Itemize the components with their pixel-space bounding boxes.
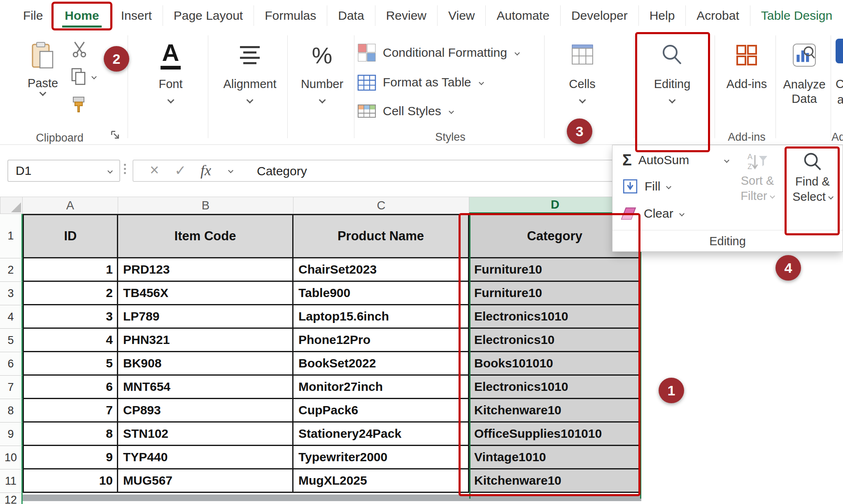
row-header[interactable]: 3	[0, 282, 23, 305]
cell-item-code[interactable]: TYP440	[118, 446, 293, 469]
cell-id[interactable]: 7	[23, 399, 118, 423]
menu-tab[interactable]: Table Design	[750, 5, 843, 26]
cell-item-code[interactable]: STN102	[118, 423, 293, 446]
menu-tab[interactable]: Acrobat	[686, 5, 750, 26]
cell-id[interactable]: 9	[23, 446, 118, 469]
row-header[interactable]: 7	[0, 376, 23, 399]
cell-item-code[interactable]: PHN321	[118, 329, 293, 352]
row-header-partial[interactable]: 12	[0, 493, 23, 504]
chevron-down-icon	[679, 211, 685, 216]
cell-category[interactable]: Furniture10	[469, 258, 641, 282]
cell-product-name[interactable]: Table900	[293, 282, 469, 305]
header-cell-product-name[interactable]: Product Name	[293, 214, 469, 258]
column-header-b[interactable]: B	[118, 197, 293, 214]
menu-tab[interactable]: Automate	[486, 5, 560, 26]
cell-product-name[interactable]: Phone12Pro	[293, 329, 469, 352]
cell-category[interactable]: Kitchenware10	[469, 469, 641, 493]
cell-id[interactable]: 1	[23, 258, 118, 282]
row-header[interactable]: 11	[0, 469, 23, 493]
cell-id[interactable]: 4	[23, 329, 118, 352]
cell-id[interactable]: 2	[23, 282, 118, 305]
cell-product-name[interactable]: Monitor27inch	[293, 376, 469, 399]
header-cell-id[interactable]: ID	[23, 214, 118, 258]
header-cell-item-code[interactable]: Item Code	[118, 214, 293, 258]
cut-button[interactable]	[71, 40, 88, 58]
copy-button[interactable]	[71, 67, 96, 86]
menu-tab[interactable]: Page Layout	[163, 5, 254, 26]
cell-id[interactable]: 3	[23, 305, 118, 329]
enter-check-icon[interactable]: ✓	[175, 162, 186, 179]
menu-tab[interactable]: File	[12, 5, 54, 26]
addins-button[interactable]: Add-ins	[718, 35, 775, 91]
menu-tab[interactable]: Insert	[110, 5, 163, 26]
adobe-pdf-icon[interactable]	[836, 39, 843, 63]
row-header[interactable]: 10	[0, 446, 23, 469]
editing-group-button[interactable]: Editing	[637, 35, 707, 102]
cell-category[interactable]: Books101010	[469, 352, 641, 376]
clipboard-group-label: Clipboard	[12, 132, 107, 144]
cell-id[interactable]: 8	[23, 423, 118, 446]
row-header[interactable]: 9	[0, 423, 23, 446]
format-as-table-button[interactable]: Format as Table	[357, 70, 483, 95]
row-header[interactable]: 2	[0, 258, 23, 282]
select-all-corner[interactable]	[0, 197, 23, 214]
column-header-a[interactable]: A	[23, 197, 118, 214]
cell-item-code[interactable]: MNT654	[118, 376, 293, 399]
clipboard-dialog-launcher-icon[interactable]	[110, 130, 120, 142]
row-header[interactable]: 1	[0, 214, 23, 258]
cell-id[interactable]: 6	[23, 376, 118, 399]
menu-tab[interactable]: Developer	[561, 5, 639, 26]
font-group-button[interactable]: A Font	[133, 35, 209, 102]
cell-product-name[interactable]: ChairSet2023	[293, 258, 469, 282]
cell-category[interactable]: Vintage1010	[469, 446, 641, 469]
fill-button[interactable]: Fill	[622, 176, 671, 197]
name-box[interactable]: D1	[7, 160, 120, 182]
cell-category[interactable]: Electronics1010	[469, 305, 641, 329]
cell-styles-button[interactable]: Cell Styles	[357, 99, 453, 123]
cell-item-code[interactable]: BK908	[118, 352, 293, 376]
clear-button[interactable]: Clear	[620, 203, 684, 224]
cell-category[interactable]: Electronics10	[469, 329, 641, 352]
cells-group-button[interactable]: Cells	[548, 35, 616, 102]
find-select-button[interactable]: Find & Select	[787, 149, 838, 228]
ribbon-divider	[831, 35, 831, 138]
autosum-button[interactable]: Σ AutoSum	[622, 149, 729, 171]
cell-category[interactable]: OfficeSupplies101010	[469, 423, 641, 446]
cell-product-name[interactable]: Laptop15.6inch	[293, 305, 469, 329]
conditional-formatting-button[interactable]: Conditional Formatting	[357, 40, 519, 65]
menu-tab[interactable]: Data	[327, 5, 375, 26]
menu-tab[interactable]: Help	[639, 5, 686, 26]
format-painter-button[interactable]	[71, 96, 86, 114]
paste-button[interactable]: Paste	[20, 35, 66, 95]
cells-label: Cells	[569, 77, 595, 91]
cell-product-name[interactable]: BookSet2022	[293, 352, 469, 376]
cell-item-code[interactable]: MUG567	[118, 469, 293, 493]
cell-item-code[interactable]: TB456X	[118, 282, 293, 305]
cell-product-name[interactable]: MugXL2025	[293, 469, 469, 493]
cell-id[interactable]: 10	[23, 469, 118, 493]
cell-product-name[interactable]: Typewriter2000	[293, 446, 469, 469]
insert-function-icon[interactable]: fx	[200, 162, 211, 179]
menu-tab[interactable]: Formulas	[254, 5, 327, 26]
number-group-button[interactable]: % Number	[290, 35, 354, 102]
row-header[interactable]: 5	[0, 329, 23, 352]
alignment-group-button[interactable]: Alignment	[211, 35, 289, 102]
cell-item-code[interactable]: PRD123	[118, 258, 293, 282]
row-header[interactable]: 6	[0, 352, 23, 376]
cell-item-code[interactable]: LP789	[118, 305, 293, 329]
menu-tab[interactable]: Review	[375, 5, 438, 26]
cell-product-name[interactable]: CupPack6	[293, 399, 469, 423]
menu-tab[interactable]: Home	[54, 5, 110, 26]
menu-tab[interactable]: View	[438, 5, 486, 26]
cell-id[interactable]: 5	[23, 352, 118, 376]
cancel-icon[interactable]: ×	[150, 161, 159, 179]
cell-item-code[interactable]: CP893	[118, 399, 293, 423]
cell-category[interactable]: Furniture10	[469, 282, 641, 305]
analyze-data-button[interactable]: Analyze Data	[778, 35, 831, 106]
cell-category[interactable]: Electronics1010	[469, 376, 641, 399]
cell-category[interactable]: Kitchenware10	[469, 399, 641, 423]
row-header[interactable]: 8	[0, 399, 23, 423]
cell-product-name[interactable]: Stationery24Pack	[293, 423, 469, 446]
row-header[interactable]: 4	[0, 305, 23, 329]
column-header-c[interactable]: C	[293, 197, 469, 214]
